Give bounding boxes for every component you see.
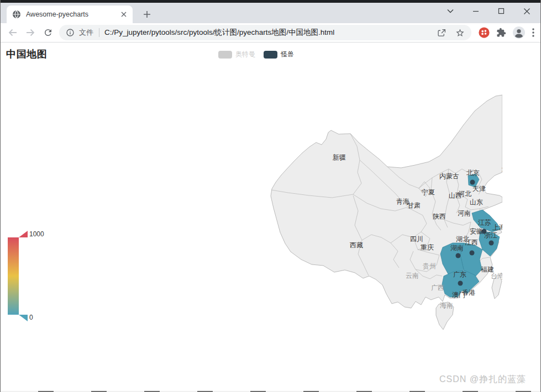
new-tab-button[interactable] [140, 7, 154, 22]
file-scheme-label: 文件 [79, 28, 93, 38]
address-bar[interactable]: 文件 C:/Py_jupyter/pytools/src/pytools/统计图… [59, 25, 471, 40]
browser-toolbar: 文件 C:/Py_jupyter/pytools/src/pytools/统计图… [1, 23, 540, 43]
red-extension-icon[interactable] [478, 27, 490, 39]
province-label-浙江: 浙江 [484, 231, 497, 239]
province-label-安徽: 安徽 [470, 227, 483, 235]
province-label-西藏: 西藏 [350, 241, 363, 249]
reload-icon[interactable] [39, 24, 57, 41]
minimize-icon[interactable] [463, 3, 489, 19]
address-divider [99, 28, 99, 37]
browser-tab[interactable]: Awesome-pyecharts [7, 6, 133, 23]
watermark: CSDN @挣扎的蓝藻 [439, 374, 526, 385]
scatter-point-2 [489, 241, 494, 246]
url-text[interactable]: C:/Py_jupyter/pytools/src/pytools/统计图/py… [104, 28, 437, 38]
forward-icon[interactable] [22, 24, 39, 41]
province-label-新疆: 新疆 [333, 153, 346, 161]
province-label-香港: 香港 [462, 289, 475, 296]
share-icon[interactable] [437, 28, 447, 38]
legend-label: 怪兽 [281, 50, 294, 59]
window-controls [438, 3, 539, 19]
province-label-内蒙古: 内蒙古 [439, 172, 459, 180]
province-label-江苏: 江苏 [478, 219, 491, 226]
browser-window: Awesome-pyecharts [0, 0, 541, 392]
profile-avatar-icon[interactable] [512, 26, 526, 39]
province-label-湖南: 湖南 [450, 244, 464, 252]
page-content: 中国地图 奥特曼怪兽 1000 0 新疆西藏青海甘肃宁夏内蒙古北京天津山西河北山… [1, 43, 540, 391]
scatter-point-5 [458, 281, 463, 286]
province-label-台湾: 台湾 [491, 272, 502, 280]
visualmap-max-handle[interactable] [19, 231, 28, 237]
tab-strip: Awesome-pyecharts [1, 3, 540, 23]
province-label-甘肃: 甘肃 [407, 202, 421, 209]
legend-label: 奥特曼 [235, 50, 255, 59]
province-label-宁夏: 宁夏 [422, 188, 435, 196]
back-icon[interactable] [4, 24, 22, 41]
page-title: 中国地图 [6, 47, 47, 61]
chart-legend: 奥特曼怪兽 [218, 50, 294, 59]
scatter-point-4 [456, 253, 461, 258]
extensions-puzzle-icon[interactable] [496, 28, 506, 38]
province-label-河北: 河北 [458, 190, 471, 198]
globe-favicon-icon [12, 10, 21, 19]
province-label-辽宁: 辽宁 [502, 165, 502, 173]
legend-item-1[interactable]: 怪兽 [264, 50, 294, 59]
scatter-point-0 [470, 180, 475, 185]
page-info-icon[interactable] [66, 28, 75, 37]
visualmap-gradient-bar [8, 237, 19, 315]
tab-search-chevron-icon[interactable] [438, 3, 463, 19]
legend-swatch [264, 51, 277, 59]
province-label-海南: 海南 [440, 301, 453, 309]
visualmap-min-handle[interactable] [19, 315, 28, 321]
province-label-河南: 河南 [458, 209, 471, 217]
legend-swatch [218, 51, 232, 59]
province-label-江西: 江西 [465, 239, 478, 246]
close-icon[interactable] [514, 3, 539, 19]
province-label-北京: 北京 [466, 169, 480, 177]
visualmap-max-label: 1000 [29, 230, 44, 238]
legend-item-0[interactable]: 奥特曼 [218, 50, 255, 59]
province-label-重庆: 重庆 [421, 243, 434, 251]
province-label-上海: 上海 [492, 224, 502, 231]
province-label-广西: 广西 [431, 284, 444, 292]
province-label-天津: 天津 [472, 185, 486, 193]
china-map[interactable]: 新疆西藏青海甘肃宁夏内蒙古北京天津山西河北山东河南陕西江苏安徽上海浙江湖北江西湖… [249, 88, 502, 337]
visualmap-min-label: 0 [29, 314, 33, 321]
bookmark-star-icon[interactable] [455, 28, 465, 38]
tab-close-icon[interactable] [120, 11, 127, 18]
province-label-云南: 云南 [406, 272, 419, 279]
tab-title: Awesome-pyecharts [26, 10, 120, 18]
scatter-point-3 [470, 251, 475, 256]
maximize-icon[interactable] [489, 3, 514, 19]
province-label-贵州: 贵州 [423, 262, 436, 270]
province-label-山东: 山东 [470, 198, 483, 206]
province-label-广东: 广东 [453, 271, 466, 278]
province-label-四川: 四川 [410, 235, 423, 243]
menu-kebab-icon[interactable] [532, 28, 535, 38]
province-label-陕西: 陕西 [433, 213, 446, 220]
toolbar-right-icons [478, 26, 535, 39]
